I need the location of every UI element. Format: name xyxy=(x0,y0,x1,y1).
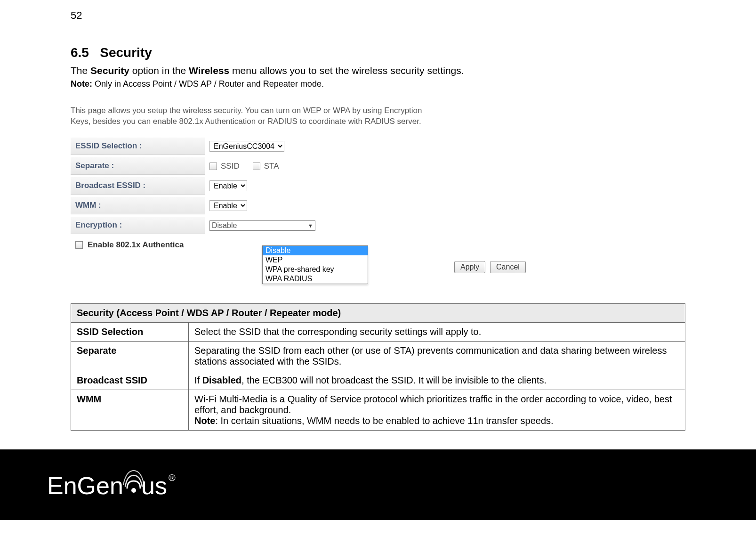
encryption-dropdown-open[interactable]: Disable WEP WPA pre-shared key WPA RADIU… xyxy=(262,245,368,284)
row-label: Broadcast SSID xyxy=(71,371,189,390)
row-text: If Disabled, the ECB300 will not broadca… xyxy=(189,371,685,390)
intro-text-2: option in the xyxy=(129,65,189,76)
cell-note-text: : In certain situations, WMM needs to be… xyxy=(215,416,553,426)
panel-buttons: Apply Cancel xyxy=(454,261,526,273)
apply-button[interactable]: Apply xyxy=(454,261,485,273)
encryption-value: Disable xyxy=(212,221,237,230)
cancel-button[interactable]: Cancel xyxy=(490,261,526,273)
page-number: 52 xyxy=(71,9,685,22)
section-number: 6.5 xyxy=(71,45,89,60)
footer: EnGen us ® xyxy=(0,449,756,520)
chevron-down-icon: ▼ xyxy=(308,223,313,228)
table-row: SSID Selection Select the SSID that the … xyxy=(71,323,685,342)
essid-select[interactable]: EnGeniusCC3004 xyxy=(209,141,284,152)
auth-checkbox[interactable] xyxy=(75,241,83,249)
wmm-label: WMM : xyxy=(71,197,205,214)
intro-text: The xyxy=(71,65,90,76)
ssid-checkbox-label: SSID xyxy=(221,162,240,171)
note-text: Only in Access Point / WDS AP / Router a… xyxy=(92,79,324,89)
separate-row: Separate : SSID STA xyxy=(71,156,685,176)
wmm-select[interactable]: Enable xyxy=(209,200,247,211)
row-text: Wi-Fi Multi-Media is a Quality of Servic… xyxy=(189,390,685,431)
cell-text-2: , the ECB300 will not broadcast the SSID… xyxy=(241,375,547,385)
description-table: Security (Access Point / WDS AP / Router… xyxy=(71,303,685,431)
svg-point-1 xyxy=(131,488,136,493)
dropdown-option-wep[interactable]: WEP xyxy=(263,255,368,265)
row-label: SSID Selection xyxy=(71,323,189,342)
cell-text: Wi-Fi Multi-Media is a Quality of Servic… xyxy=(194,394,672,415)
sta-checkbox-label: STA xyxy=(264,162,279,171)
row-label: Separate xyxy=(71,342,189,371)
encryption-row: Encryption : Disable ▼ xyxy=(71,216,685,236)
ssid-checkbox[interactable] xyxy=(209,163,217,170)
row-label: WMM xyxy=(71,390,189,431)
cell-text: If xyxy=(194,375,202,385)
table-row: WMM Wi-Fi Multi-Media is a Quality of Se… xyxy=(71,390,685,431)
essid-row: ESSID Selection : EnGeniusCC3004 xyxy=(71,137,685,156)
svg-text:®: ® xyxy=(169,473,176,483)
section-name: Security xyxy=(100,45,152,60)
intro-paragraph: The Security option in the Wireless menu… xyxy=(71,65,685,76)
intro-text-3: menu allows you to set the wireless secu… xyxy=(229,65,464,76)
dropdown-option-wpa-psk[interactable]: WPA pre-shared key xyxy=(263,265,368,274)
row-text: Select the SSID that the corresponding s… xyxy=(189,323,685,342)
sta-checkbox[interactable] xyxy=(253,163,260,170)
auth-label: Enable 802.1x Authentica xyxy=(88,240,184,250)
engenius-logo: EnGen us ® xyxy=(47,466,179,504)
broadcast-row: Broadcast ESSID : Enable xyxy=(71,176,685,196)
cell-bold: Disabled xyxy=(202,375,241,385)
dropdown-option-wpa-radius[interactable]: WPA RADIUS xyxy=(263,274,368,284)
svg-text:EnGen: EnGen xyxy=(47,472,123,499)
encryption-select[interactable]: Disable ▼ xyxy=(209,220,315,231)
cell-note-label: Note xyxy=(194,416,215,426)
broadcast-label: Broadcast ESSID : xyxy=(71,177,205,195)
svg-text:us: us xyxy=(141,472,167,499)
separate-label: Separate : xyxy=(71,157,205,175)
wmm-row: WMM : Enable xyxy=(71,196,685,216)
panel-description: This page allows you setup the wireless … xyxy=(71,106,438,127)
auth-row: Enable 802.1x Authentica xyxy=(71,236,685,250)
table-row: Broadcast SSID If Disabled, the ECB300 w… xyxy=(71,371,685,390)
table-header: Security (Access Point / WDS AP / Router… xyxy=(71,304,685,323)
dropdown-option-disable[interactable]: Disable xyxy=(263,246,368,255)
note-line: Note: Only in Access Point / WDS AP / Ro… xyxy=(71,79,685,89)
essid-label: ESSID Selection : xyxy=(71,138,205,155)
note-label: Note: xyxy=(71,79,92,89)
config-panel: This page allows you setup the wireless … xyxy=(71,106,685,285)
row-text: Separating the SSID from each other (or … xyxy=(189,342,685,371)
section-title: 6.5 Security xyxy=(71,45,685,60)
intro-bold-1: Security xyxy=(90,65,129,76)
intro-bold-2: Wireless xyxy=(189,65,229,76)
encryption-label: Encryption : xyxy=(71,217,205,234)
table-row: Separate Separating the SSID from each o… xyxy=(71,342,685,371)
broadcast-select[interactable]: Enable xyxy=(209,180,247,191)
